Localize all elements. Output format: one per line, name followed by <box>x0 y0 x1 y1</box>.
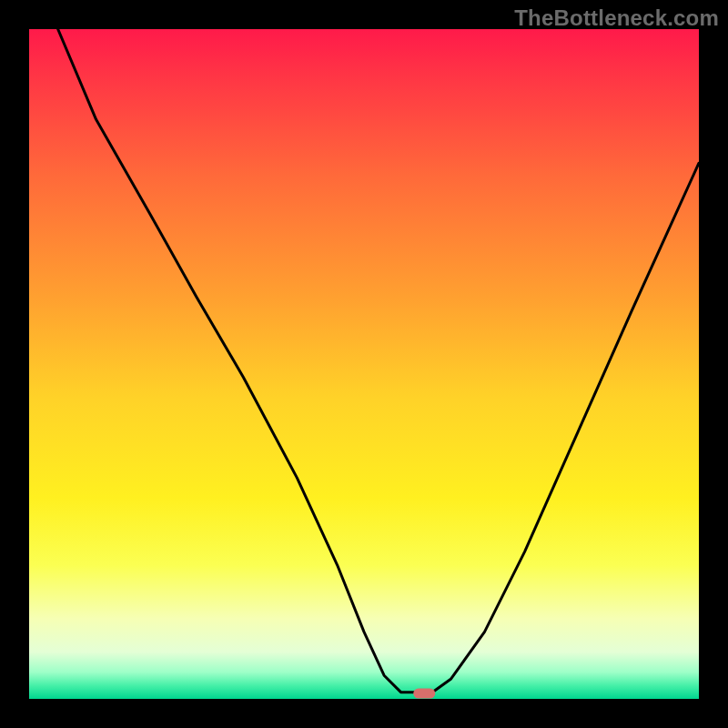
chart-container: TheBottleneck.com <box>0 0 728 728</box>
bottleneck-curve <box>58 29 699 693</box>
watermark-text: TheBottleneck.com <box>514 5 719 31</box>
plot-area <box>29 29 699 699</box>
curve-layer <box>29 29 699 699</box>
minimum-marker <box>413 689 435 699</box>
